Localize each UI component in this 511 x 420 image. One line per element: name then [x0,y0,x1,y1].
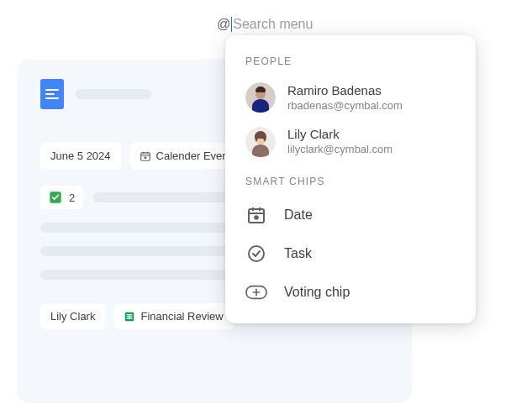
smartchip-date[interactable]: Date [225,196,476,234]
svg-point-19 [255,216,258,219]
voting-chip-icon [245,281,267,303]
doc-title-placeholder [76,89,151,99]
person-name: Lily Clark [287,126,392,143]
person-info: Ramiro Badenas rbadenas@cymbal.com [287,82,403,113]
smartchip-voting-label: Voting chip [284,285,350,300]
smartchip-task[interactable]: Task [225,234,476,273]
date-icon [245,204,267,226]
calendar-icon [140,150,151,162]
person-email: lilyclark@cymbal.com [287,143,392,157]
person-option-lily[interactable]: Lily Clark lilyclark@cymbal.com [225,119,476,163]
person-option-ramiro[interactable]: Ramiro Badenas rbadenas@cymbal.com [225,76,476,119]
checkmark-icon [49,191,62,204]
search-placeholder: Search menu [233,17,313,32]
checkbox-chip[interactable]: 2 [40,186,83,209]
google-docs-icon [40,79,64,109]
section-people-label: PEOPLE [225,50,476,76]
avatar [245,127,276,157]
smartchip-task-label: Task [284,246,312,261]
section-smartchips-label: SMART CHIPS [225,171,476,196]
smartchip-date-label: Date [284,207,313,223]
sheets-chip-label: Financial Review [140,310,223,323]
calendar-chip-label: Calender Event [156,150,232,162]
text-placeholder [40,270,249,280]
person-info: Lily Clark lilyclark@cymbal.com [287,126,392,156]
at-symbol: @ [217,17,230,32]
svg-rect-10 [129,314,130,319]
smartchip-voting[interactable]: Voting chip [225,273,476,312]
mention-menu: PEOPLE Ramiro Badenas rbadenas@cymbal.co… [225,35,476,323]
date-chip[interactable]: June 5 2024 [40,143,121,169]
at-mention-search[interactable]: @ Search menu [217,17,313,32]
sheets-chip[interactable]: Financial Review [113,303,233,329]
task-icon [245,243,267,265]
sheets-icon [124,311,135,323]
date-chip-label: June 5 2024 [50,150,111,162]
person-email: rbadenas@cymbal.com [287,99,403,113]
person-chip[interactable]: Lily Clark [40,303,105,329]
check-count: 2 [69,192,75,204]
person-name: Ramiro Badenas [287,82,403,99]
text-cursor [231,17,232,32]
svg-point-4 [145,156,146,158]
svg-point-20 [249,246,264,261]
avatar [245,82,276,113]
person-chip-label: Lily Clark [50,310,95,323]
